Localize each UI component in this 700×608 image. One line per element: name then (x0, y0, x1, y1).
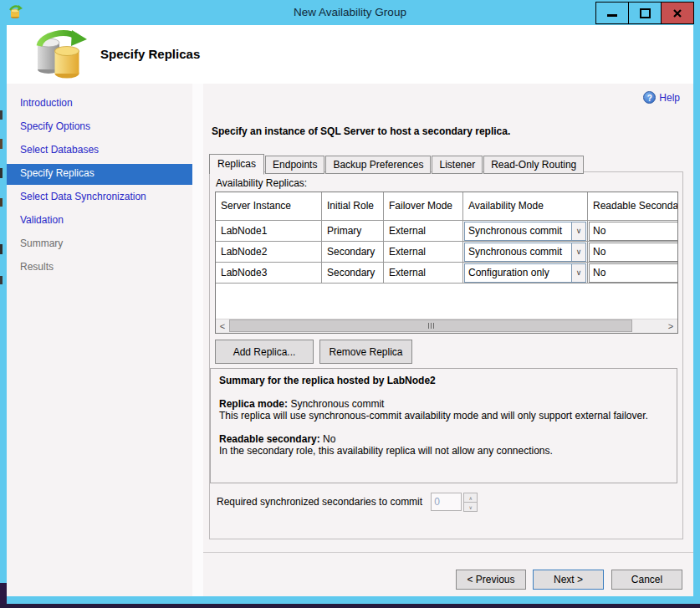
wizard-body: Introduction Specify Options Select Data… (7, 84, 693, 596)
scroll-left-icon[interactable]: < (216, 319, 229, 333)
tab-endpoints[interactable]: Endpoints (265, 156, 324, 174)
replica-summary-panel: Summary for the replica hosted by LabNod… (210, 368, 677, 483)
desktop-edge (0, 168, 3, 178)
grid-cell-availability-mode: Synchronous commit ∨ (463, 241, 588, 262)
desktop-edge (0, 110, 3, 120)
wizard-content: ? Help Specify an instance of SQL Server… (203, 84, 693, 596)
replicas-grid: Server Instance Initial Role Failover Mo… (215, 192, 678, 334)
desktop-edge (0, 244, 3, 254)
sidebar-divider (192, 84, 204, 596)
desktop-edge (0, 276, 3, 284)
spin-down-icon[interactable]: ∨ (463, 502, 478, 512)
summary-title: Summary for the replica hosted by LabNod… (219, 375, 668, 386)
add-replica-button[interactable]: Add Replica... (215, 340, 314, 364)
sidebar-item-select-databases[interactable]: Select Databases (7, 141, 192, 161)
close-button[interactable] (661, 3, 693, 23)
title-bar[interactable]: New Availability Group (0, 0, 700, 25)
availability-replicas-label: Availability Replicas: (216, 177, 307, 189)
column-header-readable-secondary[interactable]: Readable Secondary (588, 192, 677, 220)
sidebar-item-summary: Summary (7, 234, 192, 255)
grid-cell-initial-role: Secondary (322, 262, 384, 283)
sidebar-item-results: Results (7, 258, 192, 278)
column-header-failover-mode[interactable]: Failover Mode (384, 192, 463, 220)
replicas-tab-panel: Availability Replicas: Server Instance I… (209, 171, 683, 539)
horizontal-scrollbar[interactable]: < > (216, 319, 677, 333)
sidebar-item-specify-options[interactable]: Specify Options (7, 117, 192, 138)
tab-backup-preferences[interactable]: Backup Preferences (325, 156, 431, 174)
desktop-edge (0, 139, 3, 149)
sidebar-item-introduction[interactable]: Introduction (7, 94, 192, 115)
grid-cell-failover-mode: External (384, 262, 463, 283)
summary-readable-secondary: Readable secondary: No In the secondary … (219, 433, 668, 457)
replicas-database-sync-icon (28, 29, 92, 81)
wizard-dialog: Specify Replicas Introduction Specify Op… (7, 25, 693, 596)
grid-cell-initial-role: Primary (322, 220, 384, 241)
summary-replica-mode: Replica mode: Synchronous commit This re… (219, 398, 668, 422)
grid-cell-failover-mode: External (384, 241, 463, 262)
tab-read-only-routing[interactable]: Read-Only Routing (483, 156, 584, 174)
wizard-steps-sidebar: Introduction Specify Options Select Data… (7, 84, 192, 596)
readable-secondary-dropdown[interactable]: No (589, 263, 677, 283)
grid-cell-readable-secondary: No (588, 262, 677, 283)
grid-cell-availability-mode: Synchronous commit ∨ (463, 220, 588, 241)
next-button[interactable]: Next > (533, 570, 604, 590)
availability-mode-dropdown[interactable]: Synchronous commit ∨ (464, 222, 586, 241)
grid-cell-initial-role: Secondary (322, 241, 384, 262)
grid-cell-failover-mode: External (384, 220, 463, 241)
maximize-button[interactable] (628, 3, 661, 23)
tab-bar: Replicas Endpoints Backup Preferences Li… (209, 153, 585, 174)
instruction-text: Specify an instance of SQL Server to hos… (212, 125, 510, 137)
availability-mode-dropdown[interactable]: Configuration only ∨ (464, 263, 586, 283)
chevron-down-icon[interactable]: ∨ (571, 222, 585, 240)
column-header-server-instance[interactable]: Server Instance (216, 192, 322, 220)
chevron-down-icon[interactable]: ∨ (571, 243, 585, 261)
previous-button[interactable]: < Previous (456, 570, 526, 590)
remove-replica-button[interactable]: Remove Replica (319, 340, 412, 364)
tab-replicas[interactable]: Replicas (209, 154, 264, 175)
grid-cell-readable-secondary: No (588, 220, 677, 241)
minimize-icon (607, 14, 617, 17)
availability-mode-dropdown[interactable]: Synchronous commit ∨ (464, 243, 586, 262)
grid-cell-server-instance: LabNode2 (216, 241, 322, 262)
help-link[interactable]: ? Help (643, 91, 680, 104)
required-secondaries-row: Required synchronized secondaries to com… (217, 493, 478, 511)
sidebar-item-specify-replicas[interactable]: Specify Replicas (7, 164, 192, 185)
grid-cell-readable-secondary: No (588, 241, 677, 262)
close-icon (672, 8, 682, 18)
sidebar-item-select-data-synchronization[interactable]: Select Data Synchronization (7, 187, 192, 208)
grid-cell-availability-mode: Configuration only ∨ (463, 262, 588, 283)
desktop-bottom-edge (0, 604, 700, 608)
readable-secondary-dropdown[interactable]: No (589, 222, 677, 241)
required-secondaries-input[interactable]: 0 (431, 493, 462, 511)
minimize-button[interactable] (596, 3, 628, 23)
maximize-icon (640, 8, 651, 18)
scroll-right-icon[interactable]: > (664, 319, 677, 333)
footer-divider (203, 552, 693, 553)
scrollbar-track[interactable] (229, 319, 664, 333)
help-icon: ? (643, 91, 656, 104)
page-title: Specify Replicas (100, 47, 200, 61)
cancel-button[interactable]: Cancel (611, 570, 682, 590)
help-label: Help (659, 92, 680, 104)
grid-cell-server-instance: LabNode1 (216, 220, 322, 241)
window: New Availability Group (0, 0, 700, 608)
grid-cell-server-instance: LabNode3 (216, 262, 322, 283)
column-header-availability-mode[interactable]: Availability Mode (463, 192, 588, 220)
wizard-header: Specify Replicas (7, 25, 693, 84)
scrollbar-thumb[interactable] (229, 319, 632, 332)
required-secondaries-label: Required synchronized secondaries to com… (217, 496, 422, 508)
column-header-initial-role[interactable]: Initial Role (322, 192, 384, 220)
readable-secondary-dropdown[interactable]: No (589, 243, 677, 262)
desktop-edge (0, 198, 3, 207)
sidebar-item-validation[interactable]: Validation (7, 211, 192, 232)
chevron-down-icon[interactable]: ∨ (571, 264, 585, 282)
tab-listener[interactable]: Listener (432, 156, 483, 174)
window-controls (595, 2, 694, 24)
required-secondaries-stepper: ∧ ∨ (463, 493, 478, 511)
